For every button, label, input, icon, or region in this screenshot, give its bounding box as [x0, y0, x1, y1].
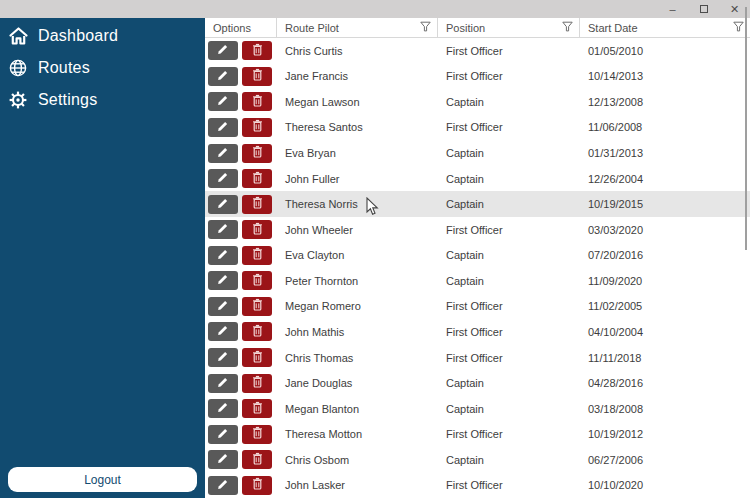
pilot-position: Captain	[438, 275, 580, 287]
table-row[interactable]: Eva Bryan Captain 01/31/2013	[205, 140, 750, 166]
edit-button[interactable]	[208, 476, 238, 495]
delete-button[interactable]	[242, 348, 272, 367]
edit-button[interactable]	[208, 374, 238, 393]
table-row[interactable]: Theresa Norris Captain 10/19/2015	[205, 191, 750, 217]
column-header-position[interactable]: Position	[438, 18, 580, 37]
table-row[interactable]: Chris Curtis First Officer 01/05/2010	[205, 38, 750, 64]
table-row[interactable]: John Wheeler First Officer 03/03/2020	[205, 217, 750, 243]
pilot-name: Chris Osbom	[277, 454, 438, 466]
table-row[interactable]: Peter Thornton Captain 11/09/2020	[205, 268, 750, 294]
column-label: Options	[213, 22, 251, 34]
filter-icon[interactable]	[562, 21, 573, 34]
table-row[interactable]: Megan Blanton Captain 03/18/2008	[205, 396, 750, 422]
table-row[interactable]: John Mathis First Officer 04/10/2004	[205, 319, 750, 345]
edit-button[interactable]	[208, 348, 238, 367]
pencil-icon	[217, 171, 229, 186]
delete-button[interactable]	[242, 374, 272, 393]
row-options-cell	[205, 118, 277, 137]
sidebar-item-routes[interactable]: Routes	[0, 52, 205, 84]
globe-icon	[8, 58, 28, 78]
delete-button[interactable]	[242, 92, 272, 111]
sidebar-item-label: Settings	[38, 91, 97, 109]
edit-button[interactable]	[208, 67, 238, 86]
column-label: Route Pilot	[285, 22, 339, 34]
filter-icon[interactable]	[733, 21, 744, 34]
delete-button[interactable]	[242, 476, 272, 495]
pencil-icon	[217, 43, 229, 58]
edit-button[interactable]	[208, 118, 238, 137]
delete-button[interactable]	[242, 169, 272, 188]
row-options-cell	[205, 67, 277, 86]
edit-button[interactable]	[208, 92, 238, 111]
table-row[interactable]: Chris Osbom Captain 06/27/2006	[205, 447, 750, 473]
logout-button[interactable]: Logout	[8, 467, 197, 492]
edit-button[interactable]	[208, 450, 238, 469]
column-header-route-pilot[interactable]: Route Pilot	[277, 18, 438, 37]
trash-icon	[252, 273, 263, 289]
trash-icon	[252, 145, 263, 161]
delete-button[interactable]	[242, 144, 272, 163]
pilot-position: First Officer	[438, 428, 580, 440]
table-row[interactable]: Jane Douglas Captain 04/28/2016	[205, 370, 750, 396]
delete-button[interactable]	[242, 220, 272, 239]
edit-button[interactable]	[208, 322, 238, 341]
pilot-position: Captain	[438, 173, 580, 185]
table-row[interactable]: John Fuller Captain 12/26/2004	[205, 166, 750, 192]
table-row[interactable]: Chris Thomas First Officer 11/11/2018	[205, 345, 750, 371]
pilot-name: Jane Francis	[277, 70, 438, 82]
edit-button[interactable]	[208, 399, 238, 418]
edit-button[interactable]	[208, 195, 238, 214]
delete-button[interactable]	[242, 322, 272, 341]
delete-button[interactable]	[242, 195, 272, 214]
gear-icon	[8, 90, 28, 110]
trash-icon	[252, 350, 263, 366]
delete-button[interactable]	[242, 246, 272, 265]
delete-button[interactable]	[242, 450, 272, 469]
pilot-name: Eva Bryan	[277, 147, 438, 159]
edit-button[interactable]	[208, 220, 238, 239]
column-header-start-date[interactable]: Start Date	[580, 18, 750, 37]
column-label: Start Date	[588, 22, 638, 34]
table-row[interactable]: Megan Lawson Captain 12/13/2008	[205, 89, 750, 115]
delete-button[interactable]	[242, 399, 272, 418]
start-date: 03/18/2008	[580, 403, 750, 415]
maximize-button[interactable]	[688, 0, 719, 18]
delete-button[interactable]	[242, 297, 272, 316]
delete-button[interactable]	[242, 425, 272, 444]
pencil-icon	[217, 427, 229, 442]
minimize-button[interactable]: –	[657, 0, 688, 18]
row-options-cell	[205, 322, 277, 341]
start-date: 12/13/2008	[580, 96, 750, 108]
edit-button[interactable]	[208, 297, 238, 316]
table-row[interactable]: Theresa Motton First Officer 10/19/2012	[205, 421, 750, 447]
start-date: 04/28/2016	[580, 377, 750, 389]
vertical-scrollbar-thumb[interactable]	[745, 7, 747, 250]
row-options-cell	[205, 195, 277, 214]
filter-icon[interactable]	[420, 21, 431, 34]
table-header: Options Route Pilot Position	[205, 18, 750, 38]
delete-button[interactable]	[242, 118, 272, 137]
table-row[interactable]: Eva Clayton Captain 07/20/2016	[205, 243, 750, 269]
edit-button[interactable]	[208, 425, 238, 444]
table-row[interactable]: Jane Francis First Officer 10/14/2013	[205, 64, 750, 90]
table-row[interactable]: Theresa Santos First Officer 11/06/2008	[205, 115, 750, 141]
row-options-cell	[205, 399, 277, 418]
home-icon	[8, 26, 28, 46]
delete-button[interactable]	[242, 271, 272, 290]
trash-icon	[252, 298, 263, 314]
trash-icon	[252, 222, 263, 238]
pilot-name: Theresa Motton	[277, 428, 438, 440]
trash-icon	[252, 171, 263, 187]
delete-button[interactable]	[242, 67, 272, 86]
edit-button[interactable]	[208, 271, 238, 290]
table-row[interactable]: Megan Romero First Officer 11/02/2005	[205, 294, 750, 320]
edit-button[interactable]	[208, 246, 238, 265]
sidebar-item-settings[interactable]: Settings	[0, 84, 205, 116]
table-row[interactable]: John Lasker First Officer 10/10/2020	[205, 473, 750, 498]
pencil-icon	[217, 146, 229, 161]
edit-button[interactable]	[208, 169, 238, 188]
edit-button[interactable]	[208, 41, 238, 60]
edit-button[interactable]	[208, 144, 238, 163]
sidebar-item-dashboard[interactable]: Dashboard	[0, 20, 205, 52]
delete-button[interactable]	[242, 41, 272, 60]
